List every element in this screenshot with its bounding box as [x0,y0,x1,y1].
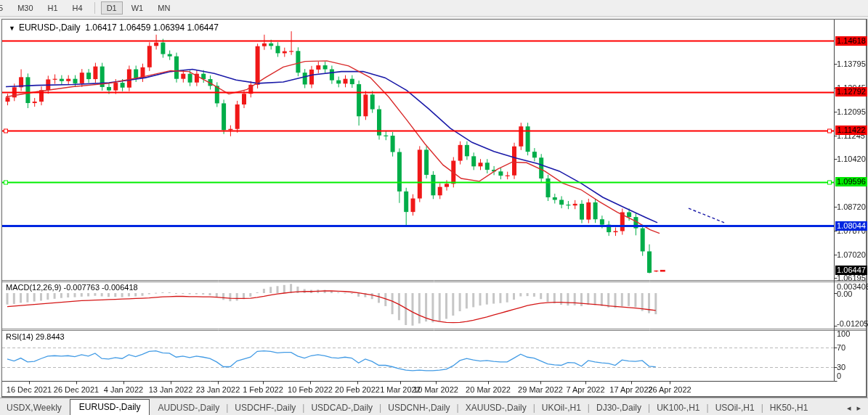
timeframe-button-w1[interactable]: W1 [126,1,150,15]
chart-canvas[interactable] [0,0,868,415]
chart-tab-usdcad-daily[interactable]: USDCAD-,Daily [304,400,379,415]
timeframe-button-mn[interactable]: MN [152,1,176,15]
timeframe-button-5[interactable]: 5 [0,1,9,15]
chart-tab-eurusd-daily[interactable]: EURUSD-,Daily [70,399,150,415]
chart-tab-dj30-daily[interactable]: DJ30-,Daily [590,400,648,415]
chart-tab-bar: USDX,WeeklyEURUSD-,DailyAUDUSD-,Daily|US… [0,398,868,415]
tab-scroll-left-icon[interactable]: ◂ [847,403,851,413]
mt4-terminal: 5M30H1H4D1W1MN ▼EURUSD-,Daily 1.06417 1.… [0,0,868,415]
chart-tab-usdchf-daily[interactable]: USDCHF-,Daily [228,400,302,415]
chart-tab-usoil-h1[interactable]: USOil-,H1 [709,400,761,415]
timeframe-button-h1[interactable]: H1 [42,1,64,15]
chart-tab-uk100-h1[interactable]: UK100-,H1 [650,400,706,415]
chart-tab-usdx-weekly[interactable]: USDX,Weekly [0,400,68,415]
tab-scroll-right-icon[interactable]: ▸ [856,403,861,413]
chart-tab-audusd-daily[interactable]: AUDUSD-,Daily [151,400,226,415]
timeframe-button-d1[interactable]: D1 [101,1,123,15]
toolbar-separator [94,2,95,14]
timeframe-button-h4[interactable]: H4 [67,1,89,15]
chart-tab-xauusd-daily[interactable]: XAUUSD-,Daily [459,400,533,415]
chart-tab-usdcnh-daily[interactable]: USDCNH-,Daily [381,400,456,415]
chart-tab-hk50-h1[interactable]: HK50-,H1 [763,400,815,415]
timeframe-button-m30[interactable]: M30 [12,1,38,15]
timeframe-toolbar: 5M30H1H4D1W1MN [0,0,868,17]
chart-tab-ukoil-h1[interactable]: UKOil-,H1 [535,400,588,415]
